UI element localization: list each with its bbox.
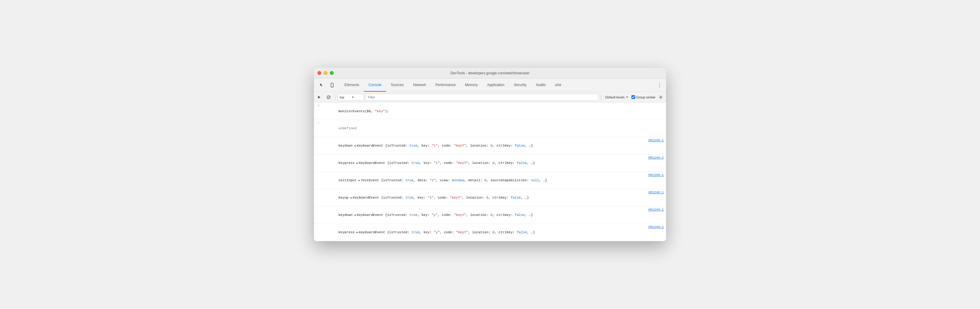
- group-similar-checkbox[interactable]: [632, 95, 635, 99]
- source-link[interactable]: VM1240:1: [648, 208, 664, 211]
- event-content: keydown ▶KeyboardEvent {isTrusted: true,…: [322, 207, 646, 223]
- cursor-icon: [319, 83, 324, 88]
- tab-memory[interactable]: Memory: [460, 78, 482, 92]
- expand-icon[interactable]: ▶: [355, 144, 356, 148]
- toolbar-divider: [335, 94, 336, 100]
- console-row: keypress ▶KeyboardEvent {isTrusted: true…: [314, 155, 666, 172]
- maximize-button[interactable]: [330, 71, 334, 75]
- tab-audits[interactable]: Audits: [531, 78, 550, 92]
- event-content: keydown ▶KeyboardEvent {isTrusted: true,…: [322, 138, 646, 153]
- log-levels-button[interactable]: Default levels ▼: [603, 94, 630, 101]
- minimize-button[interactable]: [324, 71, 328, 75]
- event-content: keyup ▶KeyboardEvent {isTrusted: true, k…: [322, 190, 646, 205]
- traffic-lights: [318, 71, 334, 75]
- tab-sources[interactable]: Sources: [386, 78, 409, 92]
- svg-point-1: [332, 86, 332, 86]
- window-title: DevTools - developers.google.com/web/sho…: [450, 71, 529, 75]
- block-icon-button[interactable]: [325, 93, 333, 101]
- console-toolbar: top ▼ Default levels ▼ Group similar: [314, 92, 666, 102]
- tab-network[interactable]: Network: [409, 78, 431, 92]
- svg-point-5: [660, 97, 661, 98]
- console-input-content: monitorEvents($0, "key");: [322, 103, 664, 118]
- console-row: › monitorEvents($0, "key");: [314, 102, 666, 120]
- console-row: keypress ▶KeyboardEvent {isTrusted: true…: [314, 224, 666, 241]
- gear-icon: [659, 95, 663, 99]
- block-icon: [326, 95, 331, 99]
- event-content: keypress ▶KeyboardEvent {isTrusted: true…: [322, 225, 646, 240]
- expand-icon[interactable]: ▶: [358, 179, 360, 183]
- tab-security[interactable]: Security: [509, 78, 531, 92]
- group-similar-label[interactable]: Group similar: [632, 95, 655, 99]
- filter-input[interactable]: [365, 94, 598, 101]
- device-toolbar-button[interactable]: [327, 80, 337, 90]
- expand-icon[interactable]: ▶: [356, 231, 358, 235]
- event-content: textInput ▶TextEvent {isTrusted: true, d…: [322, 173, 646, 188]
- console-row: keydown ▶KeyboardEvent {isTrusted: true,…: [314, 137, 666, 155]
- clear-console-button[interactable]: [315, 93, 323, 101]
- context-selector[interactable]: top ▼: [338, 94, 364, 101]
- group-similar-text: Group similar: [636, 96, 655, 99]
- expand-icon[interactable]: ▶: [355, 213, 356, 218]
- svg-line-4: [328, 96, 330, 98]
- tabs-bar: Elements Console Sources Network Perform…: [314, 78, 666, 92]
- console-row: textInput ▶TextEvent {isTrusted: true, d…: [314, 172, 666, 189]
- log-levels-chevron-icon: ▼: [626, 96, 628, 99]
- tab-performance[interactable]: Performance: [431, 78, 460, 92]
- inspect-element-button[interactable]: [316, 80, 327, 90]
- source-link[interactable]: VM1240:1: [648, 173, 664, 177]
- console-settings-button[interactable]: [657, 93, 665, 101]
- tab-application[interactable]: Application: [482, 78, 509, 92]
- more-tabs-button[interactable]: ⋮: [655, 81, 664, 89]
- close-button[interactable]: [318, 71, 321, 75]
- tab-console[interactable]: Console: [364, 78, 386, 92]
- console-output: › monitorEvents($0, "key"); ‹ undefined …: [314, 102, 666, 241]
- console-row: keyup ▶KeyboardEvent {isTrusted: true, k…: [314, 189, 666, 207]
- mobile-icon: [330, 83, 334, 88]
- tab-elements[interactable]: Elements: [340, 78, 364, 92]
- chevron-down-icon: ▼: [352, 96, 362, 99]
- source-link[interactable]: VM1240:1: [648, 225, 664, 229]
- console-row: ‹ undefined: [314, 120, 666, 137]
- titlebar: DevTools - developers.google.com/web/sho…: [314, 68, 666, 78]
- console-row: keydown ▶KeyboardEvent {isTrusted: true,…: [314, 207, 666, 224]
- nav-tabs: Elements Console Sources Network Perform…: [340, 78, 566, 92]
- source-link[interactable]: VM1240:1: [648, 139, 664, 142]
- tab-axe[interactable]: aXe: [550, 78, 566, 92]
- devtools-window: DevTools - developers.google.com/web/sho…: [314, 68, 666, 241]
- svg-marker-2: [318, 96, 320, 99]
- console-output-content: undefined: [322, 121, 664, 136]
- expand-icon[interactable]: ▶: [351, 196, 352, 200]
- source-link[interactable]: VM1240:1: [648, 191, 664, 194]
- play-icon: [317, 95, 321, 99]
- source-link[interactable]: VM1240:1: [648, 156, 664, 160]
- output-chevron-icon: ‹: [316, 121, 321, 125]
- expand-icon[interactable]: ▶: [356, 162, 358, 166]
- event-content: keypress ▶KeyboardEvent {isTrusted: true…: [322, 155, 646, 171]
- input-chevron-icon: ›: [316, 104, 321, 107]
- toolbar-icons: [316, 78, 340, 92]
